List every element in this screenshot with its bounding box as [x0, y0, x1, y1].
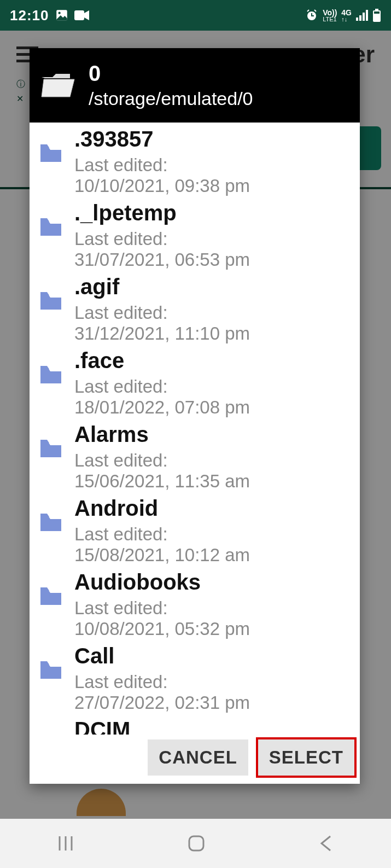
folder-icon: [39, 291, 62, 311]
folder-list[interactable]: .393857 Last edited: 10/10/2021, 09:38 p…: [30, 123, 360, 735]
battery-icon: [372, 9, 381, 22]
current-path: /storage/emulated/0: [89, 88, 253, 109]
folder-name: .393857: [74, 125, 350, 152]
alarm-icon: [305, 9, 318, 22]
folder-item[interactable]: Alarms Last edited: 15/06/2021, 11:35 am: [30, 420, 360, 494]
folder-name: DCIM: [74, 715, 350, 735]
last-edited-label: Last edited:: [74, 598, 350, 619]
recents-button[interactable]: [56, 834, 75, 853]
signal-icon: [356, 10, 368, 21]
svg-rect-6: [363, 13, 365, 21]
status-left: 12:10: [10, 7, 90, 24]
folder-icon: [39, 439, 62, 458]
status-bar: 12:10 Vo)) LTE1 4G ↑↓: [0, 0, 391, 31]
select-button[interactable]: SELECT: [258, 739, 354, 776]
svg-rect-8: [375, 9, 378, 10]
folder-icon: [39, 365, 62, 385]
last-edited-date: 15/08/2021, 10:12 am: [74, 545, 350, 566]
folder-item[interactable]: .face Last edited: 18/01/2022, 07:08 pm: [30, 346, 360, 420]
cancel-button[interactable]: CANCEL: [148, 739, 248, 776]
svg-rect-2: [74, 10, 84, 20]
folder-item[interactable]: .393857 Last edited: 10/10/2021, 09:38 p…: [30, 125, 360, 199]
folder-item[interactable]: Audiobooks Last edited: 10/08/2021, 05:3…: [30, 568, 360, 642]
folder-item[interactable]: DCIM Last edited:: [30, 715, 360, 735]
folder-name: .agif: [74, 272, 350, 299]
last-edited-label: Last edited:: [74, 229, 350, 249]
last-edited-label: Last edited:: [74, 672, 350, 692]
last-edited-label: Last edited:: [74, 302, 350, 323]
dialog-actions: CANCEL SELECT: [30, 735, 360, 784]
last-edited-date: 10/08/2021, 05:32 pm: [74, 619, 350, 639]
dialog-header[interactable]: 0 /storage/emulated/0: [30, 48, 360, 123]
folder-item[interactable]: Call Last edited: 27/07/2022, 02:31 pm: [30, 642, 360, 715]
folder-icon: [39, 217, 62, 237]
last-edited-label: Last edited:: [74, 450, 350, 471]
folder-icon: [39, 586, 62, 606]
folder-item[interactable]: ._lpetemp Last edited: 31/07/2021, 06:53…: [30, 199, 360, 272]
image-icon: [55, 8, 69, 22]
folder-name: Audiobooks: [74, 568, 350, 595]
svg-rect-7: [366, 10, 368, 21]
last-edited-date: 10/10/2021, 09:38 pm: [74, 176, 350, 196]
folder-name: Call: [74, 642, 350, 668]
video-icon: [74, 9, 90, 21]
folder-name: Android: [74, 494, 350, 521]
open-folder-icon: [40, 72, 75, 99]
folder-icon: [39, 143, 62, 163]
last-edited-label: Last edited:: [74, 524, 350, 545]
svg-rect-5: [359, 15, 361, 21]
file-picker-dialog: 0 /storage/emulated/0 .393857 Last edite…: [30, 48, 360, 784]
last-edited-label: Last edited:: [74, 155, 350, 176]
current-dir-name: 0: [89, 61, 253, 86]
status-time: 12:10: [10, 7, 49, 24]
last-edited-date: 15/06/2021, 11:35 am: [74, 471, 350, 492]
folder-item[interactable]: .agif Last edited: 31/12/2021, 11:10 pm: [30, 272, 360, 346]
volte-indicator: Vo)) LTE1: [323, 9, 337, 22]
folder-icon: [39, 512, 62, 532]
folder-item[interactable]: Android Last edited: 15/08/2021, 10:12 a…: [30, 494, 360, 568]
last-edited-date: 31/12/2021, 11:10 pm: [74, 323, 350, 344]
system-nav-bar: [0, 819, 391, 868]
network-gen: 4G ↑↓: [341, 9, 352, 22]
back-button[interactable]: [318, 834, 335, 853]
last-edited-date: 31/07/2021, 06:53 pm: [74, 249, 350, 270]
last-edited-date: 27/07/2022, 02:31 pm: [74, 692, 350, 713]
home-button[interactable]: [187, 834, 206, 853]
svg-point-1: [58, 12, 60, 14]
folder-name: .face: [74, 346, 350, 373]
folder-name: Alarms: [74, 420, 350, 447]
folder-name: ._lpetemp: [74, 199, 350, 225]
status-right: Vo)) LTE1 4G ↑↓: [305, 9, 381, 22]
folder-icon: [39, 660, 62, 680]
svg-rect-17: [189, 836, 203, 850]
svg-rect-4: [356, 18, 358, 21]
last-edited-label: Last edited:: [74, 376, 350, 397]
svg-rect-10: [374, 11, 380, 14]
last-edited-date: 18/01/2022, 07:08 pm: [74, 397, 350, 418]
